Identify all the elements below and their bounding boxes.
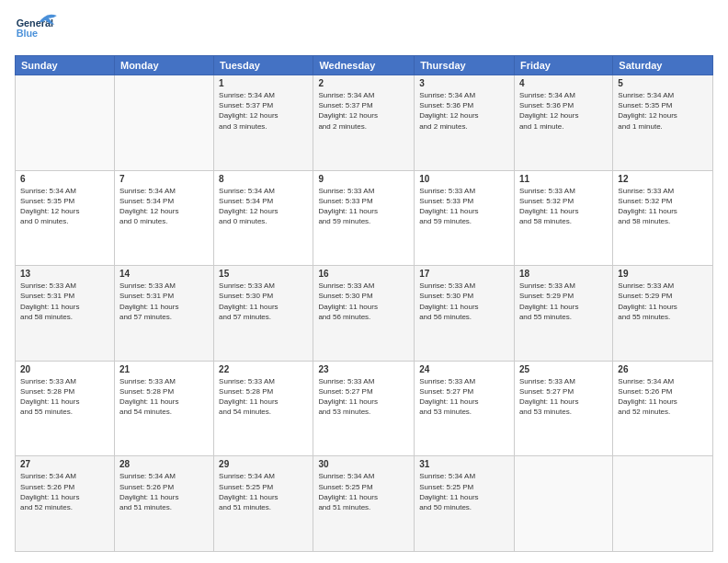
day-number: 4 xyxy=(519,78,608,88)
day-info: Sunrise: 5:34 AMSunset: 5:25 PMDaylight:… xyxy=(318,471,409,512)
calendar-cell: 25Sunrise: 5:33 AMSunset: 5:27 PMDayligh… xyxy=(514,361,612,456)
calendar-cell: 23Sunrise: 5:33 AMSunset: 5:27 PMDayligh… xyxy=(313,361,415,456)
day-info: Sunrise: 5:34 AMSunset: 5:35 PMDaylight:… xyxy=(618,90,708,132)
calendar-week: 1Sunrise: 5:34 AMSunset: 5:37 PMDaylight… xyxy=(16,75,713,171)
calendar-cell: 2Sunrise: 5:34 AMSunset: 5:37 PMDaylight… xyxy=(313,75,415,171)
calendar-cell xyxy=(514,456,612,552)
day-info: Sunrise: 5:34 AMSunset: 5:26 PMDaylight:… xyxy=(618,376,708,418)
calendar-week: 20Sunrise: 5:33 AMSunset: 5:28 PMDayligh… xyxy=(16,361,713,456)
calendar-cell: 12Sunrise: 5:33 AMSunset: 5:32 PMDayligh… xyxy=(613,170,713,266)
logo-icon: General Blue xyxy=(15,11,61,48)
day-info: Sunrise: 5:33 AMSunset: 5:28 PMDaylight:… xyxy=(20,376,109,418)
calendar-cell: 30Sunrise: 5:34 AMSunset: 5:25 PMDayligh… xyxy=(313,456,415,552)
day-number: 16 xyxy=(318,269,409,279)
day-info: Sunrise: 5:34 AMSunset: 5:37 PMDaylight:… xyxy=(219,90,308,132)
day-info: Sunrise: 5:34 AMSunset: 5:34 PMDaylight:… xyxy=(119,186,209,227)
weekday-header: Monday xyxy=(114,56,213,75)
calendar-cell: 11Sunrise: 5:33 AMSunset: 5:32 PMDayligh… xyxy=(514,170,612,266)
day-info: Sunrise: 5:33 AMSunset: 5:27 PMDaylight:… xyxy=(318,376,409,418)
day-info: Sunrise: 5:33 AMSunset: 5:33 PMDaylight:… xyxy=(419,186,509,227)
day-number: 5 xyxy=(618,78,708,88)
calendar-cell: 6Sunrise: 5:34 AMSunset: 5:35 PMDaylight… xyxy=(16,170,115,266)
weekday-header: Wednesday xyxy=(313,56,415,75)
calendar-cell: 15Sunrise: 5:33 AMSunset: 5:30 PMDayligh… xyxy=(214,266,313,362)
calendar-cell: 18Sunrise: 5:33 AMSunset: 5:29 PMDayligh… xyxy=(514,266,612,362)
calendar-cell: 22Sunrise: 5:33 AMSunset: 5:28 PMDayligh… xyxy=(214,361,313,456)
calendar-cell: 8Sunrise: 5:34 AMSunset: 5:34 PMDaylight… xyxy=(214,170,313,266)
day-info: Sunrise: 5:33 AMSunset: 5:31 PMDaylight:… xyxy=(20,281,109,322)
day-info: Sunrise: 5:34 AMSunset: 5:34 PMDaylight:… xyxy=(219,186,308,227)
calendar-cell: 13Sunrise: 5:33 AMSunset: 5:31 PMDayligh… xyxy=(16,266,115,362)
day-info: Sunrise: 5:33 AMSunset: 5:32 PMDaylight:… xyxy=(618,186,708,227)
weekday-header: Saturday xyxy=(613,56,713,75)
day-number: 27 xyxy=(20,459,109,469)
weekday-header: Friday xyxy=(514,56,612,75)
calendar-cell xyxy=(613,456,713,552)
day-number: 7 xyxy=(119,174,209,184)
day-number: 10 xyxy=(419,174,509,184)
day-number: 19 xyxy=(618,269,708,279)
day-info: Sunrise: 5:33 AMSunset: 5:29 PMDaylight:… xyxy=(618,281,708,322)
day-info: Sunrise: 5:33 AMSunset: 5:30 PMDaylight:… xyxy=(318,281,409,322)
calendar-cell: 19Sunrise: 5:33 AMSunset: 5:29 PMDayligh… xyxy=(613,266,713,362)
calendar-cell: 26Sunrise: 5:34 AMSunset: 5:26 PMDayligh… xyxy=(613,361,713,456)
day-number: 26 xyxy=(618,364,708,374)
day-info: Sunrise: 5:34 AMSunset: 5:35 PMDaylight:… xyxy=(20,186,109,227)
calendar-cell: 4Sunrise: 5:34 AMSunset: 5:36 PMDaylight… xyxy=(514,75,612,171)
day-info: Sunrise: 5:33 AMSunset: 5:27 PMDaylight:… xyxy=(519,376,608,418)
calendar-cell: 16Sunrise: 5:33 AMSunset: 5:30 PMDayligh… xyxy=(313,266,415,362)
day-info: Sunrise: 5:33 AMSunset: 5:32 PMDaylight:… xyxy=(519,186,608,227)
calendar-cell: 28Sunrise: 5:34 AMSunset: 5:26 PMDayligh… xyxy=(114,456,213,552)
logo: General Blue xyxy=(15,11,61,48)
day-number: 1 xyxy=(219,78,308,88)
day-number: 20 xyxy=(20,364,109,374)
weekday-header: Tuesday xyxy=(214,56,313,75)
day-number: 6 xyxy=(20,174,109,184)
day-number: 30 xyxy=(318,459,409,469)
day-info: Sunrise: 5:33 AMSunset: 5:30 PMDaylight:… xyxy=(419,281,509,322)
day-number: 31 xyxy=(419,459,509,469)
day-info: Sunrise: 5:34 AMSunset: 5:37 PMDaylight:… xyxy=(318,90,409,132)
day-info: Sunrise: 5:34 AMSunset: 5:26 PMDaylight:… xyxy=(119,471,209,512)
day-number: 21 xyxy=(119,364,209,374)
day-number: 13 xyxy=(20,269,109,279)
calendar-week: 27Sunrise: 5:34 AMSunset: 5:26 PMDayligh… xyxy=(16,456,713,552)
calendar-cell: 1Sunrise: 5:34 AMSunset: 5:37 PMDaylight… xyxy=(214,75,313,171)
day-info: Sunrise: 5:34 AMSunset: 5:26 PMDaylight:… xyxy=(20,471,109,512)
day-number: 15 xyxy=(219,269,308,279)
calendar-cell: 5Sunrise: 5:34 AMSunset: 5:35 PMDaylight… xyxy=(613,75,713,171)
calendar-cell: 9Sunrise: 5:33 AMSunset: 5:33 PMDaylight… xyxy=(313,170,415,266)
svg-text:Blue: Blue xyxy=(17,28,38,39)
calendar-cell: 20Sunrise: 5:33 AMSunset: 5:28 PMDayligh… xyxy=(16,361,115,456)
calendar-cell: 21Sunrise: 5:33 AMSunset: 5:28 PMDayligh… xyxy=(114,361,213,456)
day-number: 8 xyxy=(219,174,308,184)
day-number: 11 xyxy=(519,174,608,184)
day-info: Sunrise: 5:33 AMSunset: 5:28 PMDaylight:… xyxy=(219,376,308,418)
calendar-cell: 7Sunrise: 5:34 AMSunset: 5:34 PMDaylight… xyxy=(114,170,213,266)
calendar-cell: 14Sunrise: 5:33 AMSunset: 5:31 PMDayligh… xyxy=(114,266,213,362)
day-number: 14 xyxy=(119,269,209,279)
day-info: Sunrise: 5:33 AMSunset: 5:31 PMDaylight:… xyxy=(119,281,209,322)
day-info: Sunrise: 5:33 AMSunset: 5:29 PMDaylight:… xyxy=(519,281,608,322)
day-info: Sunrise: 5:34 AMSunset: 5:36 PMDaylight:… xyxy=(519,90,608,132)
day-number: 25 xyxy=(519,364,608,374)
calendar-cell: 27Sunrise: 5:34 AMSunset: 5:26 PMDayligh… xyxy=(16,456,115,552)
calendar-table: SundayMondayTuesdayWednesdayThursdayFrid… xyxy=(15,55,713,552)
day-number: 29 xyxy=(219,459,308,469)
day-info: Sunrise: 5:33 AMSunset: 5:28 PMDaylight:… xyxy=(119,376,209,418)
day-number: 9 xyxy=(318,174,409,184)
header-row: SundayMondayTuesdayWednesdayThursdayFrid… xyxy=(16,56,713,75)
calendar-cell: 10Sunrise: 5:33 AMSunset: 5:33 PMDayligh… xyxy=(415,170,515,266)
weekday-header: Sunday xyxy=(16,56,115,75)
day-number: 2 xyxy=(318,78,409,88)
calendar-week: 6Sunrise: 5:34 AMSunset: 5:35 PMDaylight… xyxy=(16,170,713,266)
calendar-cell: 31Sunrise: 5:34 AMSunset: 5:25 PMDayligh… xyxy=(415,456,515,552)
day-info: Sunrise: 5:34 AMSunset: 5:36 PMDaylight:… xyxy=(419,90,509,132)
day-number: 23 xyxy=(318,364,409,374)
day-number: 12 xyxy=(618,174,708,184)
day-number: 17 xyxy=(419,269,509,279)
day-number: 3 xyxy=(419,78,509,88)
calendar-cell: 24Sunrise: 5:33 AMSunset: 5:27 PMDayligh… xyxy=(415,361,515,456)
page: General Blue SundayMondayTuesdayWednesda… xyxy=(0,0,728,563)
day-number: 22 xyxy=(219,364,308,374)
